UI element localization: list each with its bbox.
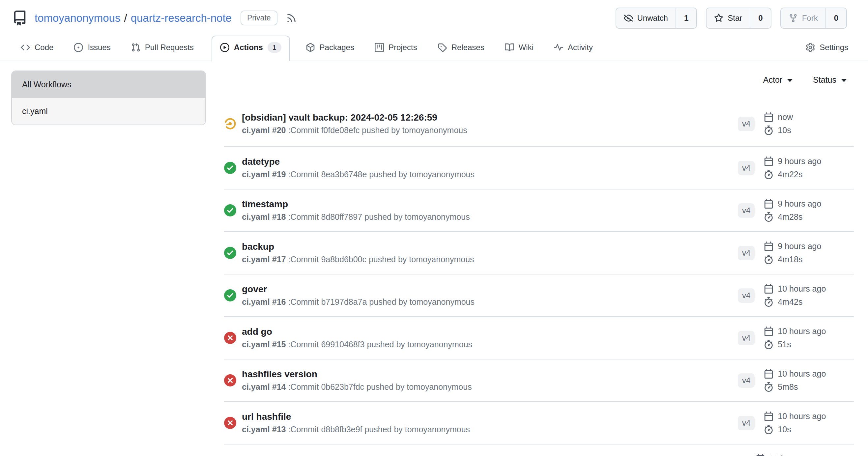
workflow-runs-list: [obsidian] vault backup: 2024-02-05 12:2… [224,99,854,456]
repo-name-link[interactable]: quartz-research-note [131,12,232,24]
tab-pull-requests[interactable]: Pull Requests [128,43,196,61]
tab-settings[interactable]: Settings [803,43,851,61]
tab-issues[interactable]: Issues [71,43,113,61]
status-filter-dropdown[interactable]: Status [813,75,846,85]
run-duration: 10s [778,126,791,135]
actions-count-badge: 1 [268,42,281,53]
tab-code[interactable]: Code [18,43,56,61]
run-title-link[interactable]: url hashfile [242,412,470,422]
check-circle-icon [224,289,236,301]
run-workflow-ref-link[interactable]: ci.yaml #17 [242,255,286,264]
x-circle-icon [224,417,236,429]
run-duration: 4m42s [778,297,802,307]
run-meta: v4 10 hours ago 10s [738,412,854,434]
tab-code-label: Code [35,43,53,52]
workflows-sidebar: All Workflows ci.yaml [11,70,206,125]
run-status-icon [224,374,236,387]
run-workflow-ref-link[interactable]: ci.yaml #14 [242,382,286,391]
tab-packages[interactable]: Packages [303,43,357,61]
status-filter-label: Status [813,75,836,85]
run-started-time: 10 hours ago [778,327,826,336]
eye-slash-icon [624,13,633,23]
pull-request-icon [131,43,141,52]
runner-version-badge: v4 [738,161,755,175]
run-subtitle: ci.yaml #14 :Commit 0b623b7fdc pushed by… [242,382,472,392]
tab-packages-label: Packages [320,43,354,52]
workflow-run-row: add cache again 10 hours ag [224,444,854,456]
run-workflow-ref-link[interactable]: ci.yaml #19 [242,170,286,179]
sidebar-item-all-workflows[interactable]: All Workflows [12,71,205,98]
run-started-line: 10 hours ago [756,454,817,456]
tab-pull-requests-label: Pull Requests [145,43,194,52]
runner-version-badge: v4 [738,288,755,303]
in-progress-spinner-icon [224,118,236,130]
run-title-link[interactable]: hashfiles version [242,369,472,380]
check-circle-icon [224,247,236,259]
run-status-icon [224,162,236,174]
run-subtitle: ci.yaml #15 :Commit 69910468f3 pushed by… [242,340,472,349]
run-started-line: 10 hours ago [764,369,826,379]
tab-releases[interactable]: Releases [435,43,487,61]
run-workflow-ref-link[interactable]: ci.yaml #15 [242,340,286,349]
actor-filter-dropdown[interactable]: Actor [763,75,793,85]
forks-count[interactable]: 0 [826,8,846,28]
run-started-time: 10 hours ago [770,454,817,456]
run-commit-info: :Commit 0b623b7fdc pushed by tomoyanonym… [288,382,471,391]
runner-version-badge: v4 [738,331,755,345]
repo-owner-link[interactable]: tomoyanonymous [35,12,120,24]
project-icon [375,43,384,52]
tab-wiki[interactable]: Wiki [502,43,536,61]
workflow-run-row: add go ci.yaml #15 :Commit 69910468f3 pu… [224,316,854,359]
run-title-link[interactable]: add go [242,327,472,337]
run-workflow-ref-link[interactable]: ci.yaml #20 [242,126,286,135]
run-commit-info: :Commit f0fde08efc pushed by tomoyanonym… [288,126,467,135]
run-duration: 4m28s [778,212,802,222]
run-commit-info: :Commit 69910468f3 pushed by tomoyanonym… [288,340,472,349]
run-started-time: 10 hours ago [778,412,826,421]
runner-version-badge: v4 [738,117,755,131]
run-started-line: 10 hours ago [764,327,826,336]
run-title-link[interactable]: datetype [242,157,474,167]
stopwatch-icon [764,297,773,307]
tab-projects[interactable]: Projects [372,43,420,61]
calendar-icon [756,454,765,456]
unwatch-label: Unwatch [637,13,668,23]
unwatch-button[interactable]: Unwatch 1 [616,8,697,29]
run-workflow-ref-link[interactable]: ci.yaml #18 [242,212,286,221]
run-title-link[interactable]: backup [242,241,474,252]
run-status-icon [224,289,236,301]
chevron-down-icon [841,79,846,82]
fork-button[interactable]: Fork 0 [780,8,847,29]
tab-actions[interactable]: Actions 1 [212,36,290,61]
run-duration-line: 10s [764,425,826,434]
run-status-icon [224,247,236,259]
run-subtitle: ci.yaml #20 :Commit f0fde08efc pushed by… [242,126,467,135]
rss-feed-icon[interactable] [286,12,297,23]
run-started-time: now [778,112,793,122]
run-status-icon [224,332,236,344]
run-title-link[interactable]: gover [242,284,474,295]
workflow-runs-panel: Actor Status [obs [224,70,854,456]
sidebar-item-ci-yaml[interactable]: ci.yaml [12,98,205,125]
calendar-icon [764,157,773,166]
run-commit-info: :Commit 8ea3b6748e pushed by tomoyanonym… [288,170,474,179]
run-duration-line: 4m28s [764,212,821,222]
workflow-run-row: hashfiles version ci.yaml #14 :Commit 0b… [224,359,854,401]
check-circle-icon [224,162,236,174]
issue-opened-icon [74,43,83,52]
run-duration-line: 51s [764,340,826,349]
star-label: Star [727,13,742,23]
stars-count[interactable]: 0 [750,8,771,28]
watchers-count[interactable]: 1 [676,8,696,28]
star-button[interactable]: Star 0 [706,8,771,29]
code-icon [21,43,30,52]
run-title-link[interactable]: [obsidian] vault backup: 2024-02-05 12:2… [242,112,467,123]
run-subtitle: ci.yaml #17 :Commit 9a8bd6b00c pushed by… [242,255,474,264]
run-title-link[interactable]: timestamp [242,199,470,209]
tab-activity[interactable]: Activity [551,43,595,61]
run-duration-line: 4m42s [764,297,826,307]
tab-releases-label: Releases [452,43,485,52]
run-workflow-ref-link[interactable]: ci.yaml #16 [242,297,286,306]
run-workflow-ref-link[interactable]: ci.yaml #13 [242,425,286,434]
package-icon [306,43,315,52]
